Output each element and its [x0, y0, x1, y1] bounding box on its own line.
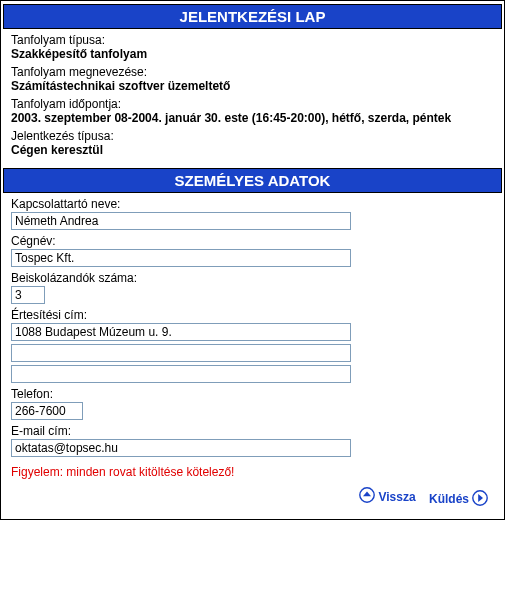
count-label: Beiskolázandók száma: [11, 271, 494, 285]
registration-form: JELENTKEZÉSI LAP Tanfolyam típusa: Szakk… [0, 0, 505, 520]
back-button[interactable]: Vissza [359, 487, 415, 506]
course-type-value: Szakképesítő tanfolyam [11, 47, 494, 61]
contact-name-label: Kapcsolattartó neve: [11, 197, 494, 211]
course-type-label: Tanfolyam típusa: [11, 33, 494, 47]
count-input[interactable] [11, 286, 45, 304]
section-header-registration: JELENTKEZÉSI LAP [3, 4, 502, 29]
phone-input[interactable] [11, 402, 83, 420]
course-name-label: Tanfolyam megnevezése: [11, 65, 494, 79]
course-date-label: Tanfolyam időpontja: [11, 97, 494, 111]
address-input-1[interactable] [11, 323, 351, 341]
course-info: Tanfolyam típusa: Szakképesítő tanfolyam… [3, 33, 502, 165]
personal-form: Kapcsolattartó neve: Cégnév: Beiskolázan… [3, 197, 502, 517]
section-header-personal: SZEMÉLYES ADATOK [3, 168, 502, 193]
company-label: Cégnév: [11, 234, 494, 248]
mandatory-warning: Figyelem: minden rovat kitöltése kötelez… [11, 465, 494, 479]
regtype-label: Jelentkezés típusa: [11, 129, 494, 143]
regtype-value: Cégen keresztül [11, 143, 494, 157]
course-name-value: Számítástechnikai szoftver üzemeltető [11, 79, 494, 93]
address-label: Értesítési cím: [11, 308, 494, 322]
arrow-up-icon [359, 487, 378, 506]
email-input[interactable] [11, 439, 351, 457]
back-label: Vissza [378, 490, 415, 504]
send-label: Küldés [429, 492, 469, 506]
address-input-3[interactable] [11, 365, 351, 383]
contact-name-input[interactable] [11, 212, 351, 230]
course-date-value: 2003. szeptember 08-2004. január 30. est… [11, 111, 494, 125]
send-button[interactable]: Küldés [429, 490, 488, 509]
company-input[interactable] [11, 249, 351, 267]
arrow-right-icon [469, 490, 488, 509]
email-label: E-mail cím: [11, 424, 494, 438]
address-input-2[interactable] [11, 344, 351, 362]
phone-label: Telefon: [11, 387, 494, 401]
form-footer: Vissza Küldés [11, 485, 494, 513]
